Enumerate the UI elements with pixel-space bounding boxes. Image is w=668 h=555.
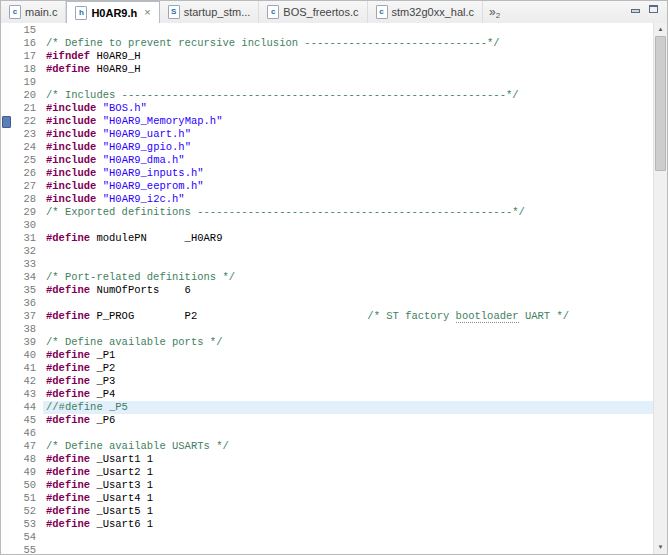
code-line[interactable]: 28#include "H0AR9_i2c.h"	[1, 193, 654, 206]
code-text: #include "H0AR9_i2c.h"	[43, 193, 654, 206]
code-line[interactable]: 17#ifndef H0AR9_H	[1, 50, 654, 63]
code-line[interactable]: 41#define _P2	[1, 362, 654, 375]
code-line[interactable]: 23#include "H0AR9_uart.h"	[1, 128, 654, 141]
line-number: 24	[10, 141, 43, 154]
line-number: 38	[10, 323, 43, 336]
annotation-ruler	[1, 245, 10, 258]
line-number: 47	[10, 440, 43, 453]
annotation-ruler	[1, 271, 10, 284]
tab-close-icon[interactable]: ×	[144, 7, 150, 18]
h-file-icon: h	[75, 6, 87, 20]
code-line[interactable]: 22#include "H0AR9_MemoryMap.h"	[1, 115, 654, 128]
tab-strip: cmain.chH0AR9.h×Sstartup_stm...cBOS_free…	[1, 1, 483, 23]
code-text	[43, 76, 654, 89]
code-text: //#define _P5	[43, 401, 654, 414]
code-line[interactable]: 35#define NumOfPorts 6	[1, 284, 654, 297]
tab-main.c[interactable]: cmain.c	[1, 1, 66, 23]
code-line[interactable]: 54	[1, 531, 654, 544]
code-line[interactable]: 52#define _Usart5 1	[1, 505, 654, 518]
code-line[interactable]: 25#include "H0AR9_dma.h"	[1, 154, 654, 167]
code-line[interactable]: 31#define modulePN _H0AR9	[1, 232, 654, 245]
editor-tab-bar: cmain.chH0AR9.h×Sstartup_stm...cBOS_free…	[1, 1, 667, 24]
tab-overflow-count: 2	[496, 11, 500, 20]
code-text: #include "H0AR9_uart.h"	[43, 128, 654, 141]
code-line[interactable]: 44//#define _P5	[1, 401, 654, 414]
line-number: 50	[10, 479, 43, 492]
annotation-ruler	[1, 232, 10, 245]
code-text: #define _Usart3 1	[43, 479, 654, 492]
code-line[interactable]: 21#include "BOS.h"	[1, 102, 654, 115]
code-text: #define _Usart1 1	[43, 453, 654, 466]
code-line[interactable]: 18#define H0AR9_H	[1, 63, 654, 76]
annotation-ruler	[1, 63, 10, 76]
maximize-icon[interactable]	[648, 4, 659, 15]
code-line[interactable]: 34/* Port-related definitions */	[1, 271, 654, 284]
code-line[interactable]: 50#define _Usart3 1	[1, 479, 654, 492]
vertical-scrollbar[interactable]: ▲ ▼	[653, 23, 667, 554]
code-line[interactable]: 40#define _P1	[1, 349, 654, 362]
code-line[interactable]: 19	[1, 76, 654, 89]
tab-label: startup_stm...	[184, 6, 251, 18]
code-line[interactable]: 43#define _P4	[1, 388, 654, 401]
chevron-icon: »	[489, 5, 496, 19]
code-line[interactable]: 37#define P_PROG P2 /* ST factory bootlo…	[1, 310, 654, 323]
annotation-ruler	[1, 89, 10, 102]
code-text	[43, 297, 654, 310]
annotation-ruler	[1, 310, 10, 323]
line-number: 20	[10, 89, 43, 102]
code-text: #define NumOfPorts 6	[43, 284, 654, 297]
code-text	[43, 24, 654, 37]
code-line[interactable]: 16/* Define to prevent recursive inclusi…	[1, 37, 654, 50]
minimize-icon[interactable]	[630, 4, 641, 15]
code-line[interactable]: 42#define _P3	[1, 375, 654, 388]
annotation-ruler	[1, 167, 10, 180]
code-text	[43, 544, 654, 554]
code-area[interactable]: 1516/* Define to prevent recursive inclu…	[1, 24, 654, 554]
scrollbar-down-icon[interactable]: ▼	[654, 541, 667, 553]
code-line[interactable]: 48#define _Usart1 1	[1, 453, 654, 466]
code-line[interactable]: 46	[1, 427, 654, 440]
annotation-ruler	[1, 128, 10, 141]
code-text: /* Define available ports */	[43, 336, 654, 349]
line-number: 36	[10, 297, 43, 310]
line-marker-icon	[2, 116, 11, 128]
tab-BOS_freertos.c[interactable]: cBOS_freertos.c	[259, 1, 367, 23]
line-number: 22	[10, 115, 43, 128]
line-number: 51	[10, 492, 43, 505]
line-number: 46	[10, 427, 43, 440]
code-line[interactable]: 51#define _Usart4 1	[1, 492, 654, 505]
code-line[interactable]: 27#include "H0AR9_eeprom.h"	[1, 180, 654, 193]
code-line[interactable]: 45#define _P6	[1, 414, 654, 427]
code-line[interactable]: 49#define _Usart2 1	[1, 466, 654, 479]
code-line[interactable]: 47/* Define available USARTs */	[1, 440, 654, 453]
code-line[interactable]: 29/* Exported definitions --------------…	[1, 206, 654, 219]
tab-H0AR9.h[interactable]: hH0AR9.h×	[66, 1, 159, 24]
editor-window: cmain.chH0AR9.h×Sstartup_stm...cBOS_free…	[0, 0, 668, 555]
code-text: #define _Usart4 1	[43, 492, 654, 505]
code-line[interactable]: 20/* Includes --------------------------…	[1, 89, 654, 102]
annotation-ruler	[1, 76, 10, 89]
c-file-icon: c	[267, 5, 279, 19]
code-line[interactable]: 53#define _Usart6 1	[1, 518, 654, 531]
tab-overflow-chevron[interactable]: »2	[489, 1, 500, 23]
tab-stm32g0xx_hal.c[interactable]: cstm32g0xx_hal.c	[368, 1, 484, 23]
line-number: 33	[10, 258, 43, 271]
code-line[interactable]: 39/* Define available ports */	[1, 336, 654, 349]
code-line[interactable]: 33	[1, 258, 654, 271]
code-text: #include "H0AR9_inputs.h"	[43, 167, 654, 180]
code-line[interactable]: 24#include "H0AR9_gpio.h"	[1, 141, 654, 154]
line-number: 23	[10, 128, 43, 141]
annotation-ruler	[1, 388, 10, 401]
code-line[interactable]: 55	[1, 544, 654, 554]
scrollbar-thumb[interactable]	[655, 36, 666, 171]
code-line[interactable]: 32	[1, 245, 654, 258]
line-number: 26	[10, 167, 43, 180]
code-line[interactable]: 30	[1, 219, 654, 232]
code-line[interactable]: 36	[1, 297, 654, 310]
code-line[interactable]: 15	[1, 24, 654, 37]
tab-startup_stm...[interactable]: Sstartup_stm...	[160, 1, 260, 23]
scrollbar-up-icon[interactable]: ▲	[654, 23, 667, 35]
code-line[interactable]: 26#include "H0AR9_inputs.h"	[1, 167, 654, 180]
code-line[interactable]: 38	[1, 323, 654, 336]
annotation-ruler	[1, 219, 10, 232]
